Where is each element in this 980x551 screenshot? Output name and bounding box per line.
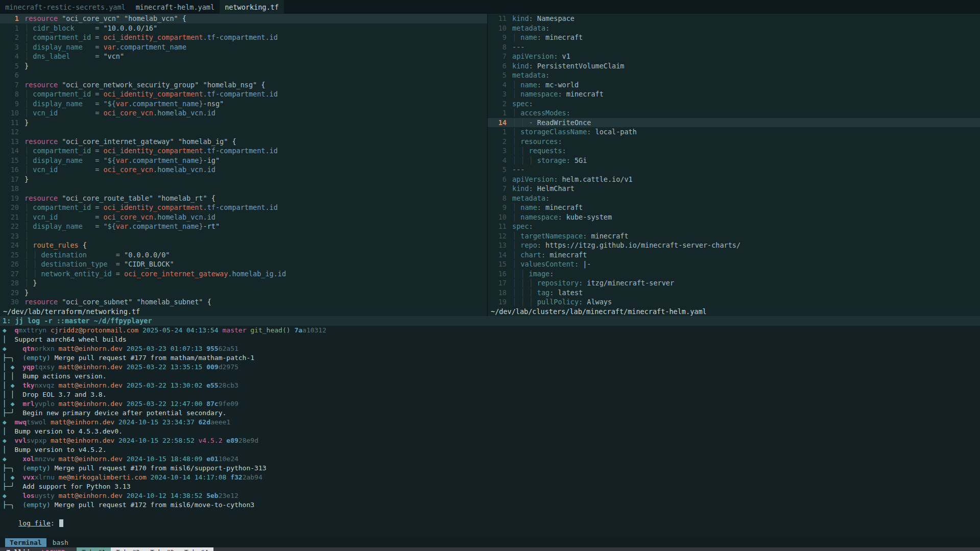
tab-bash[interactable]: bash [53,539,68,546]
code-line[interactable]: 17│ │ │ repository: itzg/minecraft-serve… [488,278,980,288]
code-line[interactable]: 30resource "oci_core_subnet" "homelab_su… [0,297,487,307]
code-line[interactable]: 22│ display_name = "${var.compartment_na… [0,222,487,231]
code-line[interactable]: 12 [0,127,487,137]
code-line[interactable]: 24│ route_rules { [0,241,487,250]
line-number: 11 [488,14,512,23]
line-number: 19 [488,297,512,307]
code-line[interactable]: 8│ compartment_id = oci_identity_compart… [0,89,487,99]
code-line[interactable]: 2spec: [488,99,980,109]
editor-tab[interactable]: minecraft-restic-secrets.yaml [0,0,131,14]
code-line[interactable]: 9│ name: minecraft [488,203,980,212]
code-line[interactable]: 11kind: Namespace [488,14,980,23]
code-line[interactable]: 18 [0,184,487,194]
code-line[interactable]: 10metadata: [488,23,980,33]
code-line[interactable]: 10│ namespace: kube-system [488,212,980,222]
code-line[interactable]: 4│ dns_label = "vcn" [0,52,487,61]
code-line[interactable]: 5--- [488,165,980,175]
code-line[interactable]: 13│ repo: https://itzg.github.io/minecra… [488,241,980,250]
code-line[interactable]: 14│ chart: minecraft [488,250,980,260]
code-line[interactable]: 9│ name: minecraft [488,33,980,42]
code-line[interactable]: 5metadata: [488,70,980,80]
log-line: │ Support aarch64 wheel builds [3,335,980,344]
yaml-code[interactable]: 11kind: Namespace10metadata:9│ name: min… [488,14,980,307]
code-line[interactable]: 3│ │ requests: [488,146,980,156]
code-line[interactable]: 5} [0,61,487,71]
code-line[interactable]: 6apiVersion: helm.cattle.io/v1 [488,175,980,184]
log-line: ├─╮ (empty) Merge pull request #172 from… [3,500,980,510]
code-line[interactable]: 18│ │ │ tag: latest [488,288,980,298]
log-line: │ ◆ mrlyvplo matt@einhorn.dev 2025-03-22… [3,399,980,409]
code-line[interactable]: 12│ targetNamespace: minecraft [488,231,980,241]
code-line[interactable]: 16│ │ image: [488,269,980,279]
yaml-editor-pane[interactable]: 11kind: Namespace10metadata:9│ name: min… [487,14,980,316]
code-line[interactable]: 6 [0,70,487,80]
code-line[interactable]: 19resource "oci_core_route_table" "homel… [0,194,487,203]
line-number: 10 [0,108,25,118]
code-line[interactable]: 2│ resources: [488,137,980,147]
log-line: ├─╯ Begin new primary device after poten… [3,409,980,418]
code-line[interactable]: 7apiVersion: v1 [488,52,980,61]
line-number: 4 [0,52,25,61]
code-line[interactable]: 26│ │ destination_type = "CIDR_BLOCK" [0,259,487,269]
code-line[interactable]: 4│ name: mc-world [488,80,980,90]
code-line[interactable]: 3│ namespace: minecraft [488,89,980,99]
line-number: 3 [488,146,512,156]
terminal-prompt[interactable]: log file: [0,510,980,537]
zellij-tab[interactable]: Tab #2 [111,547,145,551]
editor-tab[interactable]: networking.tf [220,0,284,14]
yaml-statusline-path: ~/dev/lab/clusters/lab/minecraft/minecra… [488,307,980,317]
jj-log-output[interactable]: ◆ qmxttryn cjriddz@protonmail.com 2025-0… [0,326,980,510]
code-line[interactable]: 7resource "oci_core_network_security_gro… [0,80,487,90]
code-line[interactable]: 9│ display_name = "${var.compartment_nam… [0,99,487,109]
line-number: 5 [0,61,25,71]
zellij-tab[interactable]: Tab #4 [179,547,213,551]
code-line[interactable]: 29} [0,288,487,298]
code-line[interactable]: 2│ compartment_id = oci_identity_compart… [0,33,487,42]
code-line[interactable]: 21│ vcn_id = oci_core_vcn.homelab_vcn.id [0,212,487,222]
code-line[interactable]: 15│ valuesContent: |- [488,259,980,269]
code-line[interactable]: 4│ │ │ storage: 5Gi [488,156,980,165]
zellij-tab[interactable]: Tab #3 [145,547,179,551]
code-line[interactable]: 15│ display_name = "${var.compartment_na… [0,156,487,165]
spacer [70,547,77,551]
code-line[interactable]: 8--- [488,42,980,52]
code-line[interactable]: 16│ vcn_id = oci_core_vcn.homelab_vcn.id [0,165,487,175]
text-cursor [59,519,63,527]
line-number: 6 [488,175,512,184]
code-line[interactable]: 1│ accessModes: [488,108,980,118]
code-line[interactable]: 1│ storageClassName: local-path [488,127,980,137]
code-line[interactable]: 8metadata: [488,194,980,203]
zellij-tab[interactable]: Tab #1 [77,547,111,551]
code-line[interactable]: 13resource "oci_core_internet_gateway" "… [0,137,487,147]
code-line[interactable]: 17} [0,175,487,184]
line-number: 22 [0,222,25,231]
code-line[interactable]: 28│ } [0,278,487,288]
code-line[interactable]: 14│ │ - ReadWriteOnce [488,118,980,128]
code-line[interactable]: 10│ vcn_id = oci_core_vcn.homelab_vcn.id [0,108,487,118]
log-line: │ ◆ tkynxvqz matt@einhorn.dev 2025-03-22… [3,381,980,390]
code-line[interactable]: 6kind: PersistentVolumeClaim [488,61,980,71]
editor-tab[interactable]: minecraft-helm.yaml [131,0,220,14]
code-line[interactable]: 1│ cidr_block = "10.0.0.0/16" [0,23,487,33]
log-line: │ │ Drop EOL 3.7 and 3.8. [3,390,980,399]
code-line[interactable]: 7kind: HelmChart [488,184,980,194]
line-number: 18 [0,184,25,194]
code-line[interactable]: 14│ compartment_id = oci_identity_compar… [0,146,487,156]
terraform-editor-pane[interactable]: 1resource "oci_core_vcn" "homelab_vcn" {… [0,14,487,316]
code-line[interactable]: 1resource "oci_core_vcn" "homelab_vcn" { [0,14,487,23]
code-line[interactable]: 3│ display_name = var.compartment_name [0,42,487,52]
code-line[interactable]: 20│ compartment_id = oci_identity_compar… [0,203,487,212]
code-line[interactable]: 11spec: [488,222,980,231]
line-number: 4 [488,156,512,165]
code-line[interactable]: 23│ [0,231,487,241]
code-line[interactable]: 19│ │ │ pullPolicy: Always [488,297,980,307]
code-line[interactable]: 11} [0,118,487,128]
code-line[interactable]: 27│ │ network_entity_id = oci_core_inter… [0,269,487,279]
code-line[interactable]: 25│ │ destination = "0.0.0.0/0" [0,250,487,260]
zellij-status-bar: Zellij LOCKED Tab #1Tab #2Tab #3Tab #4 [0,547,980,551]
tab-terminal[interactable]: Terminal [5,538,46,547]
terraform-code[interactable]: 1resource "oci_core_vcn" "homelab_vcn" {… [0,14,487,307]
line-number: 11 [488,222,512,231]
line-number: 19 [0,194,25,203]
line-number: 9 [488,33,512,42]
